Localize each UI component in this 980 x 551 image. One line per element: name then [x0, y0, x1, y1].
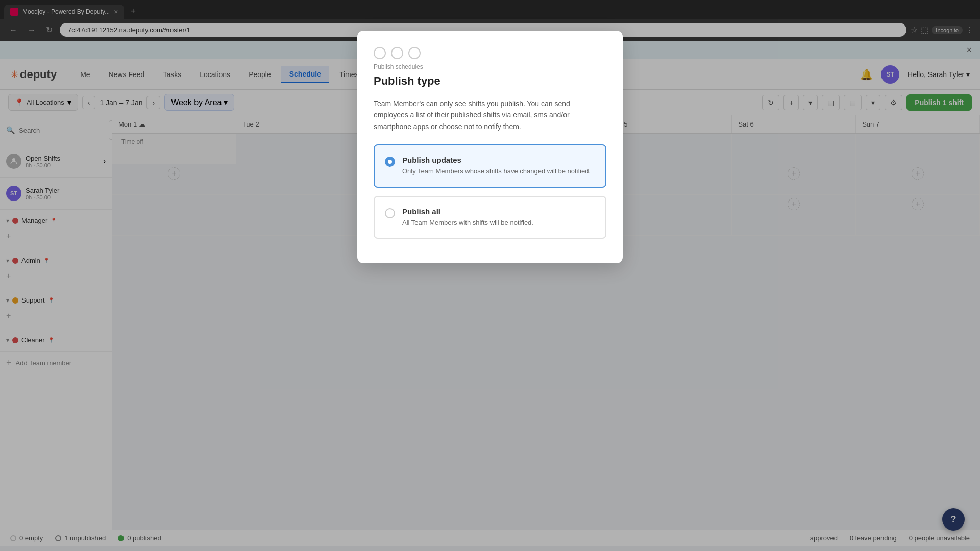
publish-all-content: Publish all All Team Members with shifts…: [402, 207, 533, 228]
modal-overlay: Publish schedules Publish type Team Memb…: [0, 0, 980, 551]
modal-description: Team Member's can only see shifts you pu…: [374, 98, 606, 132]
publish-updates-option[interactable]: Publish updates Only Team Members whose …: [374, 144, 606, 188]
publish-updates-content: Publish updates Only Team Members whose …: [402, 156, 591, 177]
stepper-dot-2: [391, 47, 403, 59]
stepper-dot-3: [408, 47, 421, 59]
publish-updates-title: Publish updates: [402, 156, 591, 164]
publish-all-radio[interactable]: [385, 208, 395, 218]
modal-title: Publish type: [374, 74, 606, 88]
publish-all-desc: All Team Members with shifts will be not…: [402, 218, 533, 228]
publish-all-title: Publish all: [402, 207, 533, 216]
publish-type-modal: Publish schedules Publish type Team Memb…: [357, 31, 623, 263]
modal-subtitle: Publish schedules: [374, 63, 606, 70]
stepper: [374, 47, 606, 59]
publish-updates-radio[interactable]: [385, 157, 395, 167]
publish-all-option[interactable]: Publish all All Team Members with shifts…: [374, 196, 606, 239]
publish-updates-desc: Only Team Members whose shifts have chan…: [402, 166, 591, 177]
stepper-dot-1: [374, 47, 386, 59]
